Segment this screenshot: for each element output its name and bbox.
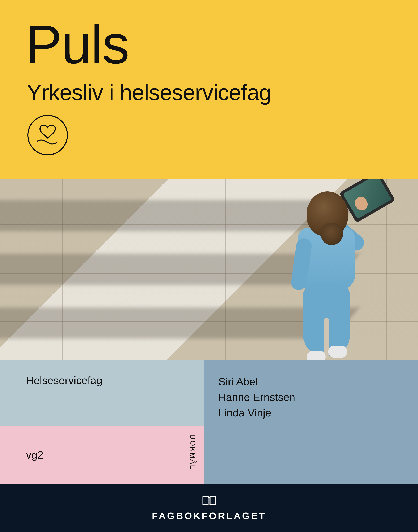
- book-subtitle: Yrkesliv i helseservicefag: [27, 80, 271, 105]
- heart-in-hand-icon: [27, 114, 69, 156]
- author-name: Hanne Ernstsen: [218, 389, 295, 405]
- book-cover: Puls Yrkesliv i helseservicefag: [0, 0, 418, 532]
- authors-block: Siri Abel Hanne Ernstsen Linda Vinje: [204, 360, 418, 484]
- subject-block: Helseservicefag: [0, 360, 204, 426]
- author-name: Linda Vinje: [218, 405, 295, 421]
- book-title: Puls: [25, 13, 129, 76]
- authors-list: Siri Abel Hanne Ernstsen Linda Vinje: [218, 374, 295, 421]
- publisher-name: FAGBOKFORLAGET: [0, 510, 418, 521]
- subject-label: Helseservicefag: [26, 374, 102, 386]
- cover-photo: [0, 179, 418, 360]
- language-label: BOKMÅL: [189, 435, 197, 470]
- level-label: vg2: [26, 449, 43, 461]
- publisher-footer: FAGBOKFORLAGET: [0, 484, 418, 532]
- book-logo-icon: [202, 495, 216, 507]
- svg-point-0: [28, 115, 67, 155]
- level-block: vg2: [0, 426, 204, 484]
- cover-header: Puls Yrkesliv i helseservicefag: [0, 0, 418, 179]
- nurse-figure: [277, 186, 367, 359]
- author-name: Siri Abel: [218, 374, 295, 389]
